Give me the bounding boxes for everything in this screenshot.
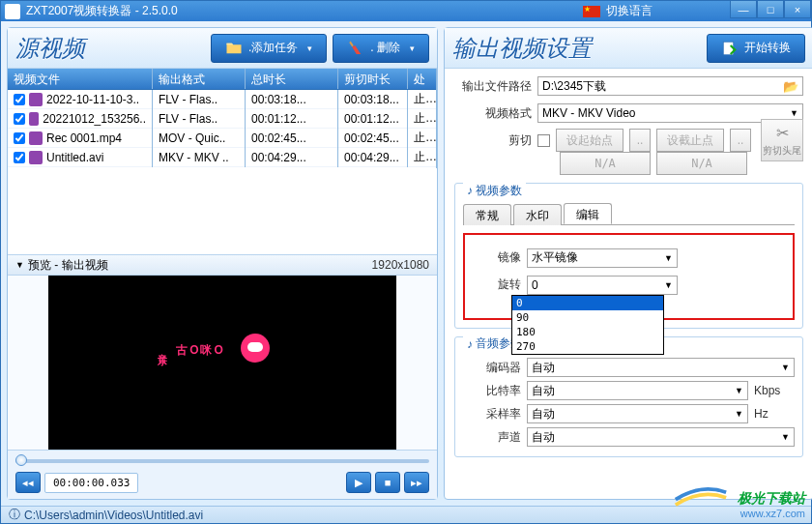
seek-slider[interactable] bbox=[15, 456, 429, 466]
outpath-label: 输出文件路径 bbox=[454, 78, 532, 95]
switch-language[interactable]: 切换语言 bbox=[583, 3, 652, 19]
col-cut[interactable]: 剪切时长 bbox=[338, 69, 408, 89]
video-file-icon bbox=[29, 93, 43, 106]
highlighted-area: 镜像 水平镜像 ▼ 旋转 0 ▼ 0 bbox=[463, 233, 795, 320]
chevron-down-icon: ▼ bbox=[735, 386, 743, 395]
logo-text: 古O咪O bbox=[176, 343, 225, 357]
file-cut: 00:04:29... bbox=[338, 148, 408, 167]
mirror-value: 水平镜像 bbox=[532, 249, 578, 266]
encoder-select[interactable]: 自动▼ bbox=[527, 358, 795, 377]
col-outfmt[interactable]: 输出格式 bbox=[153, 69, 246, 89]
start-label: 开始转换 bbox=[744, 40, 791, 56]
window-title: ZXT2007视频转换器 - 2.5.0.0 bbox=[26, 3, 178, 19]
chevron-down-icon: ▼ bbox=[664, 253, 673, 263]
mirror-select[interactable]: 水平镜像 ▼ bbox=[527, 248, 678, 268]
app-icon bbox=[5, 4, 20, 19]
file-rows: 2022-10-11-10-3.. FLV - Flas.. 00:03:18.… bbox=[8, 90, 437, 254]
rotate-option-90[interactable]: 90 bbox=[512, 310, 663, 325]
prev-frame-button[interactable]: ◂◂ bbox=[15, 472, 41, 493]
file-cut: 00:03:18... bbox=[338, 90, 408, 109]
add-task-button[interactable]: .添加任务 ▾ bbox=[211, 34, 327, 63]
tab-watermark[interactable]: 水印 bbox=[513, 204, 562, 225]
file-name: Untitled.avi bbox=[46, 151, 103, 164]
table-row[interactable]: Untitled.avi MKV - MKV .. 00:04:29... 00… bbox=[8, 148, 437, 167]
channels-label: 声道 bbox=[463, 429, 521, 446]
vfmt-label: 视频格式 bbox=[454, 105, 532, 122]
preview-label: 预览 - 输出视频 bbox=[28, 257, 108, 274]
play-button[interactable]: ▶ bbox=[346, 472, 371, 493]
outpath-field[interactable]: D:\2345下载 📂 bbox=[537, 76, 803, 96]
info-icon: ⓘ bbox=[9, 507, 20, 523]
rotate-label: 旋转 bbox=[482, 277, 521, 293]
chevron-down-icon: ▼ bbox=[781, 432, 790, 442]
minimize-button[interactable]: — bbox=[730, 1, 757, 18]
col-proc[interactable]: 处 bbox=[408, 69, 437, 89]
col-total[interactable]: 总时长 bbox=[246, 69, 338, 89]
grid-header: 视频文件 输出格式 总时长 剪切时长 处 bbox=[8, 69, 437, 90]
mirror-label: 镜像 bbox=[482, 249, 521, 266]
stop-button[interactable]: ■ bbox=[375, 472, 400, 493]
table-row[interactable]: 20221012_153256.. FLV - Flas.. 00:01:12.… bbox=[8, 109, 437, 129]
preview-dimensions: 1920x1080 bbox=[372, 258, 429, 272]
triangle-down-icon[interactable]: ▼ bbox=[15, 260, 24, 270]
close-button[interactable]: × bbox=[784, 1, 811, 18]
cut-label: 剪切 bbox=[454, 132, 532, 149]
logo-sub: 音乐 bbox=[155, 346, 168, 350]
col-file[interactable]: 视频文件 bbox=[8, 69, 153, 89]
logo-badge-icon bbox=[241, 334, 270, 363]
output-title: 输出视频设置 bbox=[452, 33, 701, 64]
rotate-option-0[interactable]: 0 bbox=[512, 296, 663, 310]
file-dur: 00:04:29... bbox=[246, 148, 338, 167]
file-dur: 00:02:45... bbox=[246, 129, 338, 148]
channels-select[interactable]: 自动▼ bbox=[527, 427, 795, 447]
samplerate-select[interactable]: 自动▼ bbox=[527, 404, 748, 423]
brush-icon bbox=[347, 40, 364, 57]
channels-value: 自动 bbox=[532, 429, 555, 446]
maximize-button[interactable]: □ bbox=[757, 1, 784, 18]
tab-general[interactable]: 常规 bbox=[463, 204, 511, 225]
status-path: C:\Users\admin\Videos\Untitled.avi bbox=[24, 509, 203, 522]
rotate-option-180[interactable]: 180 bbox=[512, 325, 663, 339]
flag-icon bbox=[583, 6, 600, 17]
video-canvas[interactable]: 音乐 古O咪O bbox=[48, 276, 396, 450]
file-cut: 00:02:45... bbox=[338, 129, 408, 148]
start-convert-button[interactable]: 开始转换 bbox=[707, 34, 805, 63]
next-frame-button[interactable]: ▸▸ bbox=[404, 472, 429, 493]
chevron-down-icon: ▼ bbox=[790, 108, 798, 118]
video-file-icon bbox=[29, 131, 43, 145]
file-dur: 00:01:12... bbox=[246, 109, 338, 129]
tab-edit[interactable]: 编辑 bbox=[564, 203, 612, 224]
video-file-icon bbox=[29, 112, 39, 126]
outpath-value: D:\2345下载 bbox=[542, 78, 606, 95]
chevron-down-icon: ▼ bbox=[735, 409, 743, 419]
source-video-panel: 源视频 .添加任务 ▾ . 删除 ▾ 视频文件 输出格式 总时长 剪切时长 处 … bbox=[7, 27, 438, 500]
table-row[interactable]: Rec 0001.mp4 MOV - Quic.. 00:02:45... 00… bbox=[8, 129, 437, 148]
row-check[interactable] bbox=[14, 94, 25, 105]
status-bar: ⓘ C:\Users\admin\Videos\Untitled.avi bbox=[1, 506, 811, 523]
preview-area: 音乐 古O咪O bbox=[8, 276, 437, 450]
bitrate-select[interactable]: 自动▼ bbox=[527, 381, 748, 400]
chevron-down-icon: ▾ bbox=[307, 44, 312, 53]
video-file-icon bbox=[29, 151, 43, 164]
folder-open-icon[interactable]: 📂 bbox=[783, 79, 798, 94]
bitrate-label: 比特率 bbox=[463, 383, 521, 399]
row-check[interactable] bbox=[14, 113, 25, 125]
rotate-dropdown[interactable]: 0 90 180 270 bbox=[511, 295, 664, 355]
playback-bar: ◂◂ 00:00:00.033 ▶ ■ ▸▸ bbox=[8, 450, 437, 499]
set-start-button[interactable]: 设起始点 bbox=[556, 129, 624, 152]
switch-language-label: 切换语言 bbox=[606, 3, 652, 19]
row-check[interactable] bbox=[14, 152, 25, 163]
chevron-down-icon: ▼ bbox=[781, 363, 790, 372]
rotate-select[interactable]: 0 ▼ bbox=[527, 276, 678, 295]
bitrate-unit: Kbps bbox=[754, 384, 795, 397]
rotate-option-270[interactable]: 270 bbox=[512, 339, 663, 354]
nudge-start-button[interactable]: .. bbox=[629, 129, 651, 152]
nudge-end-button[interactable]: .. bbox=[730, 129, 751, 152]
set-end-button[interactable]: 设截止点 bbox=[656, 129, 724, 152]
delete-label: . 删除 bbox=[370, 40, 400, 56]
cut-checkbox[interactable] bbox=[537, 134, 550, 147]
table-row[interactable]: 2022-10-11-10-3.. FLV - Flas.. 00:03:18.… bbox=[8, 90, 437, 109]
delete-button[interactable]: . 删除 ▾ bbox=[333, 34, 429, 63]
video-params-label: 视频参数 bbox=[476, 183, 522, 199]
row-check[interactable] bbox=[14, 132, 25, 144]
